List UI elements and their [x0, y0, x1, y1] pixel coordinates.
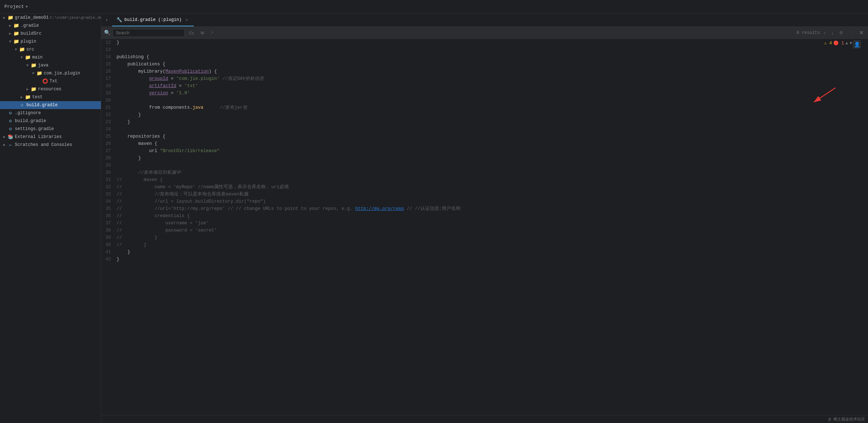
- code-line[interactable]: [116, 126, 865, 133]
- code-line[interactable]: maven {: [116, 140, 865, 147]
- code-line[interactable]: // maven {: [116, 176, 865, 184]
- code-content[interactable]: } publishing { publications { myLibrary(…: [114, 39, 868, 415]
- sidebar-item-test[interactable]: ▶📁test: [0, 93, 101, 101]
- project-chevron: ▼: [26, 5, 28, 9]
- tree-icon: 📁: [13, 39, 20, 44]
- code-line[interactable]: [116, 162, 865, 169]
- sidebar-item-ExternalLibraries[interactable]: ▶📚External Libraries: [0, 133, 101, 141]
- tree-label: buildSrc: [21, 31, 42, 36]
- sidebar-item-settings.gradle[interactable]: ⚙settings.gradle: [0, 125, 101, 133]
- code-token: //发布jar包: [203, 105, 247, 110]
- code-token: // // change URLs to point to your repos…: [225, 206, 355, 211]
- project-label[interactable]: Project ▼: [4, 4, 28, 9]
- code-line[interactable]: }: [116, 118, 865, 126]
- code-line[interactable]: // credentials {: [116, 212, 865, 220]
- code-line[interactable]: [116, 97, 865, 104]
- code-line[interactable]: // //url='http://my.org/repo' // // chan…: [116, 205, 865, 212]
- search-more-btn[interactable]: ⋮: [847, 30, 855, 36]
- code-line[interactable]: version = '1.0': [116, 90, 865, 97]
- whole-word-btn[interactable]: W: [198, 30, 206, 36]
- code-line[interactable]: repositories {: [116, 133, 865, 140]
- code-editor[interactable]: 1213141516171819202122232425262728293031…: [101, 39, 868, 415]
- code-token: /lib/release": [184, 148, 220, 154]
- sidebar-item-Txt[interactable]: ⭕Txt: [0, 77, 101, 85]
- main-layout: ▶📁gradle_demo01 C:\code\java\gradle_demo…: [0, 14, 868, 423]
- search-input[interactable]: [112, 29, 185, 37]
- search-filter-btn[interactable]: ⊟: [837, 30, 845, 36]
- tree-arrow: ▼: [19, 56, 25, 60]
- code-line[interactable]: // //发布地址：可以是本地仓库或者maven私服: [116, 191, 865, 198]
- line-number: 21: [106, 104, 111, 111]
- code-line[interactable]: publishing {: [116, 53, 865, 61]
- collapse-btn[interactable]: ▼: [850, 41, 852, 46]
- code-line[interactable]: }: [116, 155, 865, 162]
- tree-icon: 📁: [30, 86, 37, 92]
- code-line[interactable]: }: [116, 111, 865, 118]
- sidebar-item-buildSrc[interactable]: ▶📁buildSrc: [0, 30, 101, 38]
- line-number: 18: [106, 82, 111, 90]
- code-token: MavenPublication: [165, 69, 209, 74]
- search-next-btn[interactable]: ↓: [830, 29, 835, 36]
- code-token: http://my.org/repo: [355, 206, 404, 211]
- sidebar-item-gradle[interactable]: ▶📁.gradle: [0, 22, 101, 30]
- code-token: 'joe': [195, 221, 209, 226]
- code-line[interactable]: artifactId = 'txt': [116, 82, 865, 90]
- sidebar-item-build.gradle_plugin[interactable]: ⚙build.gradle: [0, 101, 101, 109]
- code-line[interactable]: // name = 'myRepo' //name属性可选，表示仓库名称. ur…: [116, 184, 865, 191]
- sidebar-item-plugin[interactable]: ▼📁plugin: [0, 38, 101, 46]
- tree-arrow: ▶: [1, 16, 7, 20]
- code-line[interactable]: publications {: [116, 61, 865, 68]
- sidebar-item-com.jie.plugin[interactable]: ▼📁com.jie.plugin: [0, 69, 101, 77]
- code-line[interactable]: // password = 'secret': [116, 227, 865, 234]
- code-token: //发布项目到私服中: [116, 170, 181, 175]
- code-token: // //认证信息:用户名和: [404, 206, 461, 211]
- code-line[interactable]: [116, 46, 865, 53]
- tree-arrow: ▼: [30, 72, 36, 75]
- code-line[interactable]: // }: [116, 241, 865, 249]
- sidebar-item-ScratchesConsoles[interactable]: ▶✏Scratches and Consoles: [0, 141, 101, 149]
- tree-label: java: [38, 63, 48, 68]
- sidebar-item-main[interactable]: ▼📁main: [0, 53, 101, 61]
- code-line[interactable]: url "$rootDir/lib/release": [116, 147, 865, 155]
- line-number: 42: [106, 256, 111, 263]
- code-token: =: [168, 91, 176, 96]
- sidebar-item-java[interactable]: ▼📁java: [0, 61, 101, 69]
- code-token: 'myRepo': [174, 185, 195, 190]
- case-sensitive-btn[interactable]: Cc: [187, 30, 196, 36]
- search-prev-btn[interactable]: ↑: [822, 29, 828, 36]
- code-line[interactable]: groupId = 'com.jie.plugin' //指定GAV坐标信息: [116, 75, 865, 82]
- tab-label: build.gradle (:plugin): [124, 17, 181, 22]
- sidebar-item-.gitignore[interactable]: ⚙.gitignore: [0, 109, 101, 117]
- tab-close-btn[interactable]: ✕: [184, 17, 189, 23]
- code-line[interactable]: }: [116, 256, 865, 263]
- code-line[interactable]: from components.java //发布jar包: [116, 104, 865, 111]
- tree-arrow: ▶: [1, 143, 7, 147]
- tab-left-btn[interactable]: ›: [101, 14, 112, 26]
- tree-label: resources: [38, 87, 61, 92]
- line-number: 23: [106, 118, 111, 126]
- expand-btn[interactable]: ▲: [846, 41, 848, 46]
- line-number: 30: [106, 169, 111, 176]
- code-line[interactable]: }: [116, 39, 865, 46]
- code-token: // username =: [116, 221, 195, 226]
- sidebar-item-gradle_demo01[interactable]: ▶📁gradle_demo01 C:\code\java\gradle_demo…: [0, 14, 101, 22]
- sidebar-item-resources[interactable]: ▶📁resources: [0, 85, 101, 93]
- code-line[interactable]: //发布项目到私服中: [116, 169, 865, 176]
- line-number: 29: [106, 162, 111, 169]
- tab-build-gradle[interactable]: 🔧 build.gradle (:plugin) ✕: [112, 14, 194, 26]
- line-number: 25: [106, 133, 111, 140]
- line-number: 17: [106, 75, 111, 82]
- regex-btn[interactable]: .*: [209, 30, 215, 36]
- sidebar-item-src[interactable]: ▼📁src: [0, 46, 101, 53]
- line-number: 38: [106, 227, 111, 234]
- code-token: }: [116, 40, 119, 45]
- search-close-btn[interactable]: ✕: [858, 29, 865, 37]
- sidebar-item-build.gradle[interactable]: ⚙build.gradle: [0, 117, 101, 125]
- code-line[interactable]: // //url = layout.buildDirectory.dir("re…: [116, 198, 865, 205]
- code-line[interactable]: // }: [116, 234, 865, 241]
- code-line[interactable]: }: [116, 249, 865, 256]
- tab-gradle-icon: 🔧: [116, 17, 122, 23]
- code-line[interactable]: // username = 'joe': [116, 220, 865, 227]
- hint-icon-btn[interactable]: 👤: [853, 40, 861, 48]
- code-line[interactable]: myLibrary(MavenPublication) {: [116, 68, 865, 75]
